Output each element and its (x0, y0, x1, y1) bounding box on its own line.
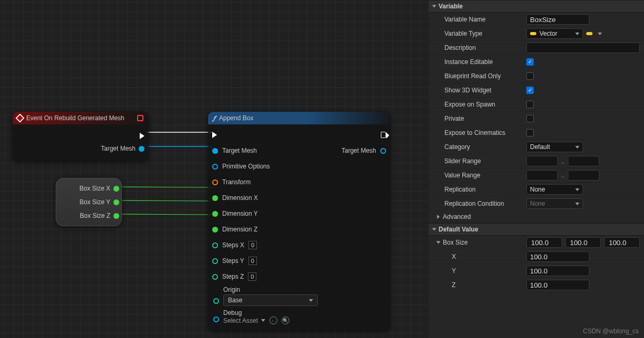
steps-y-value[interactable]: 0 (248, 257, 257, 265)
pin-label: Target Mesh (101, 145, 136, 152)
section-default-value[interactable]: Default Value (429, 223, 644, 236)
pin-label: Steps Z (222, 273, 244, 280)
variable-type-dropdown[interactable]: Vector (526, 28, 583, 39)
section-title: Advanced (443, 213, 471, 220)
private-checkbox[interactable] (526, 115, 534, 122)
steps-z-value[interactable]: 0 (248, 272, 256, 281)
pin-label: Debug (223, 309, 289, 316)
replication-value: None (530, 186, 545, 193)
replication-dropdown[interactable]: None (526, 184, 583, 195)
pin-label: Steps Y (222, 257, 244, 265)
vector-type-icon (530, 32, 536, 35)
exec-out-pin[interactable] (140, 133, 144, 139)
instance-editable-checkbox[interactable] (526, 58, 534, 66)
breakpoint-icon[interactable] (137, 115, 143, 121)
box-size-x-component-input[interactable] (526, 251, 589, 262)
exec-out-pin[interactable] (381, 132, 386, 138)
container-type-dropdown[interactable] (586, 32, 602, 35)
pin-label: Dimension X (222, 194, 258, 202)
primitive-options-pin[interactable] (212, 164, 218, 170)
origin-value: Base (228, 297, 242, 304)
description-input[interactable] (526, 43, 640, 53)
slider-range-max-input[interactable] (568, 156, 599, 166)
transform-pin[interactable] (212, 179, 218, 185)
dimension-x-pin[interactable] (212, 195, 218, 201)
row-replication-condition: Replication Condition None (429, 197, 644, 211)
target-mesh-out-pin[interactable] (380, 148, 386, 154)
prop-label: X (429, 253, 526, 260)
node-event-on-rebuild-generated-mesh[interactable]: Event On Rebuild Generated Mesh Target M… (13, 112, 149, 161)
box-size-y-pin[interactable] (113, 199, 119, 205)
box-size-x-pin[interactable] (113, 186, 119, 192)
debug-pin[interactable] (213, 316, 219, 322)
origin-dropdown[interactable]: Base (223, 294, 318, 306)
target-mesh-out-pin[interactable] (139, 146, 144, 152)
box-size-z-pin[interactable] (113, 213, 119, 219)
row-slider-range: Slider Range .. (429, 154, 644, 168)
box-size-y-component-input[interactable] (526, 266, 589, 276)
steps-x-pin[interactable] (212, 242, 218, 248)
prop-label: Variable Name (429, 16, 526, 23)
node-box-size-split[interactable]: Box Size X Box Size Y Box Size Z (56, 178, 122, 226)
chevron-down-icon (261, 319, 265, 322)
dimension-y-pin[interactable] (212, 211, 218, 217)
row-instance-editable: Instance Editable (429, 55, 644, 69)
slider-range-min-input[interactable] (526, 156, 558, 166)
browse-icon[interactable]: 🔍 (282, 316, 289, 324)
box-size-x-input[interactable] (526, 237, 562, 248)
prop-label: Replication Condition (429, 200, 526, 207)
chevron-down-icon (309, 299, 313, 302)
category-dropdown[interactable]: Default (526, 142, 583, 152)
pin-label: Box Size X (79, 185, 110, 192)
box-size-z-component-input[interactable] (526, 280, 589, 290)
prop-label: Description (429, 44, 526, 51)
row-variable-type: Variable Type Vector (429, 27, 644, 41)
origin-pin[interactable] (213, 298, 219, 304)
row-box-size: Box Size (429, 236, 644, 250)
box-size-z-input[interactable] (604, 237, 640, 248)
use-selected-icon[interactable]: ← (269, 316, 277, 324)
steps-y-pin[interactable] (212, 258, 218, 264)
expand-icon[interactable] (437, 241, 441, 244)
pin-label: Box Size Z (80, 212, 110, 219)
row-private: Private (429, 112, 644, 126)
steps-z-pin[interactable] (212, 274, 218, 280)
chevron-down-icon (575, 188, 579, 191)
chevron-down-icon (575, 33, 579, 35)
prop-label: Blueprint Read Only (429, 72, 526, 80)
row-expose-on-spawn: Expose on Spawn (429, 98, 644, 112)
row-description: Description (429, 41, 644, 55)
prop-label: Slider Range (429, 157, 526, 165)
box-size-y-input[interactable] (565, 237, 601, 248)
node-header[interactable]: 𝑓 Append Box (208, 112, 390, 124)
section-advanced[interactable]: Advanced (429, 211, 644, 223)
target-mesh-in-pin[interactable] (212, 148, 218, 154)
event-icon (16, 114, 25, 123)
prop-label: Instance Editable (429, 58, 526, 66)
replication-condition-dropdown: None (526, 198, 583, 209)
dimension-z-pin[interactable] (212, 227, 218, 233)
pin-label: Target Mesh (341, 147, 376, 154)
node-append-box[interactable]: 𝑓 Append Box Target Mesh Primitive Optio… (208, 112, 390, 331)
row-variable-name: Variable Name (429, 13, 644, 27)
details-panel: Variable Variable Name Variable Type Vec… (429, 0, 644, 338)
exec-in-pin[interactable] (212, 132, 217, 138)
prop-label: Expose on Spawn (429, 101, 526, 108)
prop-label: Category (429, 143, 526, 151)
expose-on-spawn-checkbox[interactable] (526, 101, 534, 108)
show-3d-widget-checkbox[interactable] (526, 87, 534, 94)
row-show-3d-widget: Show 3D Widget (429, 83, 644, 98)
prop-label: Replication (429, 186, 526, 193)
section-variable[interactable]: Variable (429, 0, 644, 13)
variable-name-input[interactable] (526, 14, 589, 25)
node-header[interactable]: Event On Rebuild Generated Mesh (13, 112, 149, 124)
debug-asset-value[interactable]: Select Asset (223, 317, 258, 324)
prop-label: Y (429, 267, 526, 274)
prop-label: Expose to Cinematics (429, 129, 526, 136)
steps-x-value[interactable]: 0 (248, 241, 257, 249)
blueprint-read-only-checkbox[interactable] (526, 72, 534, 80)
blueprint-graph[interactable]: Event On Rebuild Generated Mesh Target M… (0, 0, 429, 338)
value-range-max-input[interactable] (568, 170, 599, 181)
expose-to-cinematics-checkbox[interactable] (526, 129, 534, 136)
value-range-min-input[interactable] (526, 170, 558, 181)
